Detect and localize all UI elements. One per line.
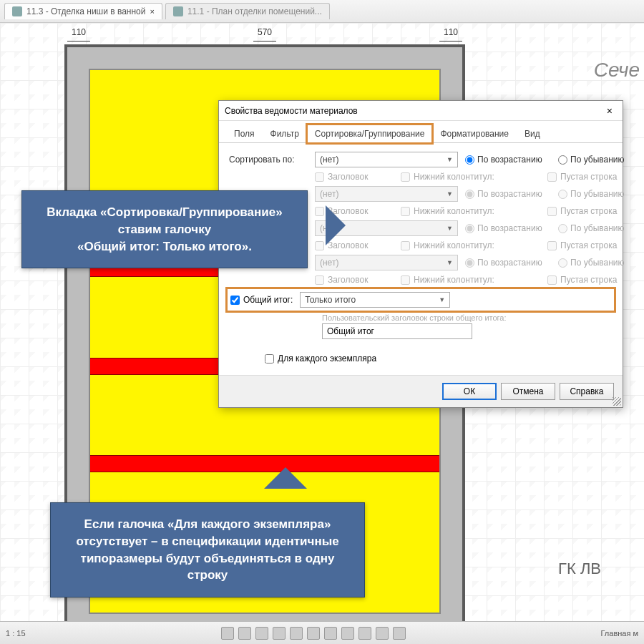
radio-descending: По убыванию: [558, 223, 637, 233]
radio-ascending[interactable]: По возрастанию: [465, 155, 551, 165]
sort-row: Сортировать по: (нет)▼ По возрастанию По…: [229, 152, 613, 167]
dim-value: 570: [253, 27, 276, 42]
tab-formatting[interactable]: Форматирование: [432, 125, 517, 143]
document-tab-active[interactable]: 11.3 - Отделка ниши в ванной ×: [4, 3, 162, 19]
document-tab-label: 11.1 - План отделки помещений...: [187, 6, 322, 16]
footer-checkbox: Нижний колонтитул:: [401, 275, 540, 285]
app-frame: 11.3 - Отделка ниши в ванной × 11.1 - Пл…: [0, 0, 644, 644]
resize-grip-icon[interactable]: [613, 397, 621, 406]
dialog-title: Свойства ведомости материалов: [225, 106, 358, 116]
sheet-icon: [173, 6, 183, 16]
document-tab-label: 11.3 - Отделка ниши в ванной: [26, 6, 146, 16]
status-icon[interactable]: [324, 627, 337, 640]
grand-total-row: Общий итог: Только итого▼: [229, 291, 613, 309]
status-icon[interactable]: [393, 627, 406, 640]
document-tab-bar: 11.3 - Отделка ниши в ванной × 11.1 - Пл…: [0, 0, 644, 23]
dialog-tabs: Поля Фильтр Сортировка/Группирование Фор…: [219, 121, 623, 143]
then-subrow: Заголовок Нижний колонтитул: Пустая стро…: [229, 275, 613, 285]
custom-row-caption: Пользовательский заголовок строки общего…: [322, 313, 613, 322]
chevron-down-icon: ▼: [447, 156, 453, 163]
radio-ascending: По возрастанию: [465, 223, 551, 233]
footer-checkbox: Нижний колонтитул:: [401, 240, 540, 250]
combo-value: (нет): [320, 155, 338, 165]
per-instance-checkbox[interactable]: Для каждого экземпляра: [265, 353, 613, 364]
blank-line-checkbox: Пустая строка: [547, 275, 633, 285]
status-icon[interactable]: [341, 627, 354, 640]
status-icon[interactable]: [221, 627, 234, 640]
cancel-button[interactable]: Отмена: [501, 383, 555, 400]
dialog-titlebar[interactable]: Свойства ведомости материалов ×: [219, 101, 623, 121]
dimension-top: 110 570 110: [67, 27, 462, 42]
help-button[interactable]: Справка: [560, 383, 614, 400]
status-icon[interactable]: [290, 627, 303, 640]
status-icon[interactable]: [273, 627, 286, 640]
annotation-callout-top: Вкладка «Сортировка/Группирование» стави…: [21, 190, 308, 268]
document-tab-inactive[interactable]: 11.1 - План отделки помещений...: [165, 3, 330, 19]
status-icon[interactable]: [238, 627, 251, 640]
then-by-combo: (нет)▼: [315, 186, 458, 202]
chevron-down-icon: ▼: [447, 190, 453, 197]
close-icon[interactable]: ×: [150, 7, 155, 16]
blank-line-checkbox: Пустая строка: [547, 206, 633, 216]
footer-checkbox: Нижний колонтитул:: [401, 206, 540, 216]
material-tag: ГК ЛВ: [558, 560, 601, 578]
status-icon[interactable]: [255, 627, 268, 640]
radio-ascending: По возрастанию: [465, 258, 551, 268]
status-bar: 1 : 15 Главная м: [0, 621, 644, 644]
header-checkbox: Заголовок: [315, 275, 394, 285]
footer-checkbox: Нижний колонтитул:: [401, 172, 540, 182]
chevron-down-icon: ▼: [447, 225, 453, 232]
scale-display[interactable]: 1 : 15: [6, 629, 26, 638]
tab-fields[interactable]: Поля: [226, 125, 263, 143]
status-icon[interactable]: [358, 627, 371, 640]
ok-button[interactable]: ОК: [442, 383, 497, 400]
dialog-button-bar: ОК Отмена Справка: [219, 375, 623, 407]
dim-value: 110: [67, 27, 90, 42]
custom-row-title-input[interactable]: Общий итог: [322, 323, 472, 339]
annotation-callout-bottom: Если галочка «Для каждого экземпляра» от…: [50, 502, 365, 597]
radio-descending: По убыванию: [558, 189, 637, 199]
blank-line-checkbox: Пустая строка: [547, 172, 633, 182]
sort-by-combo[interactable]: (нет)▼: [315, 152, 458, 167]
tab-view[interactable]: Вид: [517, 125, 548, 143]
tab-filter[interactable]: Фильтр: [263, 125, 307, 143]
sort-by-label: Сортировать по:: [229, 155, 308, 165]
then-by-combo: (нет)▼: [315, 255, 458, 270]
header-checkbox: Заголовок: [315, 172, 394, 182]
status-right-label: Главная м: [601, 629, 639, 638]
blank-line-checkbox: Пустая строка: [547, 240, 633, 250]
grand-total-combo[interactable]: Только итого▼: [300, 292, 450, 308]
chevron-down-icon: ▼: [439, 296, 445, 303]
radio-descending: По убыванию: [558, 258, 637, 268]
close-icon[interactable]: ×: [602, 104, 617, 118]
view-title: Сече: [594, 59, 640, 82]
tab-sorting-grouping[interactable]: Сортировка/Группирование: [307, 125, 433, 143]
status-icon[interactable]: [376, 627, 389, 640]
chevron-down-icon: ▼: [447, 259, 453, 266]
status-icon[interactable]: [307, 627, 320, 640]
sheet-icon: [12, 6, 22, 16]
grand-total-checkbox[interactable]: Общий итог:: [230, 295, 293, 305]
combo-value: Только итого: [305, 295, 356, 305]
dim-value: 110: [439, 27, 462, 42]
sort-subrow: Заголовок Нижний колонтитул: Пустая стро…: [229, 172, 613, 182]
radio-ascending: По возрастанию: [465, 189, 551, 199]
radio-descending[interactable]: По убыванию: [558, 155, 637, 165]
